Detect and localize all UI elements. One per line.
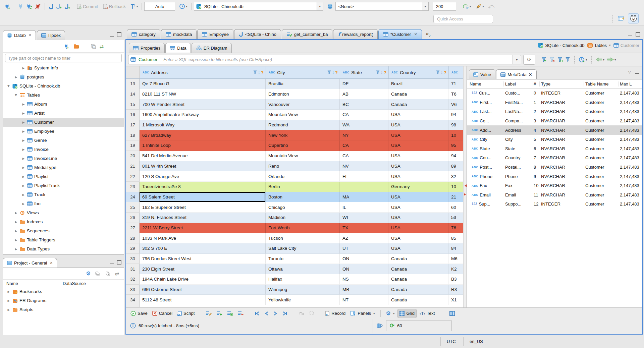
meta-name[interactable]: ABCPhone [467, 174, 504, 179]
connection-combo[interactable]: SQLite - Chinook.db ▼ [194, 2, 323, 11]
cell-country[interactable]: Germany [388, 182, 448, 192]
meta-ordinal[interactable]: 3 [533, 118, 540, 123]
collapse-all-icon[interactable] [94, 269, 101, 278]
add-row-icon[interactable] [215, 309, 224, 318]
meta-row-state[interactable]: ABCStateState6NVARCHARCustomer2,147,483 [467, 144, 642, 154]
meta-name[interactable]: ABCCou... [467, 155, 504, 160]
link-with-editor-icon[interactable]: ⇄ [115, 271, 119, 276]
cell-postal[interactable]: 10 [448, 182, 463, 192]
row-number[interactable]: 19 [126, 140, 140, 151]
tree-item-indexes[interactable]: ▶Indexes [3, 217, 124, 226]
meta-max-length[interactable]: 2,147,483 [619, 183, 642, 188]
meta-name[interactable]: ABCCity [467, 137, 504, 142]
column-header-address[interactable]: ABCAddress↕? [140, 66, 266, 78]
meta-row-compa[interactable]: ABCCo...Compa...3NVARCHARCustomer2,147,4… [467, 116, 642, 126]
row-number[interactable]: 31 [126, 264, 140, 274]
grid-row-17[interactable]: 171 Microsoft WayRedmondWAUSA98 [126, 120, 463, 130]
cell-postal[interactable]: X1 [448, 295, 463, 305]
editor-tab-category[interactable]: category [127, 29, 160, 39]
minimize-panel-icon[interactable] [635, 70, 639, 74]
subtab-data[interactable]: <>Data [165, 43, 191, 53]
tab-projects[interactable]: Проек [37, 30, 65, 40]
tree-item-playlist[interactable]: ▶Playlist [3, 172, 124, 181]
expand-arrow-icon[interactable]: ▶ [22, 193, 25, 196]
cell-postal[interactable]: 84 [448, 243, 463, 254]
schema-combo[interactable]: <None> ▼ [335, 2, 429, 11]
cell-country[interactable]: Brazil [388, 79, 448, 89]
meta-row-address[interactable]: ABCAdd...Address4NVARCHARCustomer2,147,4… [467, 125, 642, 135]
disconnect-icon[interactable] [34, 2, 42, 11]
expand-arrow-icon[interactable]: ▶ [22, 157, 25, 160]
text-view-button[interactable]: ‹T› Text [418, 309, 436, 318]
expand-arrow-icon[interactable]: ▶ [14, 75, 18, 79]
column-help-icon[interactable]: ? [444, 70, 446, 75]
filter-history-dropdown[interactable]: ▼ [513, 55, 521, 64]
sql-filter-input[interactable]: Customer Enter a SQL expression to filte… [128, 55, 521, 64]
grid-row-14[interactable]: 148210 111 ST NWEdmontonABCanadaT6 [126, 89, 463, 100]
tree-item-tables[interactable]: ▶Tables [3, 91, 124, 100]
cell-state[interactable]: NT [340, 295, 388, 305]
cell-state[interactable]: TX [340, 223, 388, 233]
meta-type[interactable]: NVARCHAR [540, 100, 584, 105]
save-button[interactable]: Save [129, 309, 149, 318]
meta-type[interactable]: NVARCHAR [540, 165, 584, 170]
tree-item-table-triggers[interactable]: ▶Table Triggers [3, 235, 124, 244]
subtab-er-diagram[interactable]: ER Diagram [192, 43, 232, 53]
auto-refresh-box[interactable]: ⟳ 60 [386, 321, 452, 331]
tab-project-general[interactable]: Project - General ✕ [3, 258, 57, 268]
cell-postal[interactable]: V6 [448, 99, 463, 110]
cell-address[interactable]: 796 Dundas Street West [140, 254, 266, 264]
cell-city[interactable]: Tucson [266, 233, 340, 243]
grid-row-16[interactable]: 161600 Amphitheatre ParkwayMountain View… [126, 110, 463, 120]
tab-database-navigator[interactable]: Datab ✕ [3, 30, 36, 40]
cell-state[interactable]: DF [340, 79, 388, 89]
maximize-view-icon[interactable] [117, 260, 121, 265]
meta-table-name[interactable]: Customer [584, 192, 619, 197]
meta-name[interactable]: ABCPost... [467, 165, 504, 170]
meta-name[interactable]: ABCAdd... [467, 128, 504, 133]
row-number[interactable]: 25 [126, 202, 140, 213]
row-number[interactable]: 16 [126, 110, 140, 120]
column-header-clipped[interactable]: ABC [449, 66, 463, 78]
first-row-icon[interactable] [253, 309, 262, 318]
meta-label[interactable]: Custo... [504, 91, 533, 96]
grid-row-23[interactable]: 23Tauentzienstraße 8BerlinGermany10 [126, 182, 463, 192]
meta-max-length[interactable]: 2,147,483 [619, 146, 642, 151]
meta-table-name[interactable]: Customer [584, 174, 619, 179]
cell-city[interactable]: Madison [266, 213, 340, 223]
row-number[interactable]: 29 [126, 243, 140, 254]
meta-ordinal[interactable]: 7 [533, 155, 540, 160]
cell-address[interactable]: Tauentzienstraße 8 [140, 182, 266, 192]
meta-type[interactable]: NVARCHAR [540, 137, 584, 142]
cell-address[interactable]: 2211 W Berry Street [140, 223, 266, 233]
row-number[interactable]: 13 [126, 79, 140, 89]
cell-address[interactable]: 120 S Orange Ave [140, 171, 266, 182]
script-button[interactable]: Script [175, 309, 196, 318]
sort-icon[interactable]: ↕ [332, 70, 334, 75]
breadcrumb-customer[interactable]: Customer [613, 43, 639, 48]
cell-country[interactable]: USA [388, 161, 448, 172]
refresh-results-button[interactable]: ⟳ [523, 55, 535, 65]
cell-postal[interactable]: 76 [448, 223, 463, 233]
meta-name[interactable]: ABCFirst... [467, 100, 504, 105]
cell-city[interactable]: Redmond [266, 120, 340, 130]
column-header-city[interactable]: ABCCity↕? [266, 66, 340, 78]
grid-row-13[interactable]: 13Qe 7 Bloco GBrasíliaDFBrazil71 [126, 79, 463, 89]
cell-postal[interactable]: 85 [448, 233, 463, 243]
row-number[interactable]: 24 [126, 192, 140, 202]
meta-ordinal[interactable]: 6 [533, 146, 540, 151]
grid-row-27[interactable]: 272211 W Berry StreetFort WorthTXUSA76 [126, 223, 463, 233]
tree-item-views[interactable]: ▶Views [3, 208, 124, 217]
cell-country[interactable]: USA [388, 120, 448, 130]
save-filter-icon[interactable] [556, 55, 564, 64]
meta-table-name[interactable]: Customer [584, 128, 619, 133]
meta-table-name[interactable]: Customer [584, 137, 619, 142]
new-connection-icon[interactable]: + [3, 2, 11, 11]
tree-item-customer[interactable]: ▶Customer [3, 118, 124, 127]
column-header-state[interactable]: ABCState↕? [340, 66, 389, 78]
meta-label[interactable]: State [504, 146, 533, 151]
tree-item-system-info[interactable]: ▶iSystem Info [3, 63, 124, 72]
cell-postal[interactable]: 71 [448, 79, 463, 89]
tree-item-sequences[interactable]: ▶Sequences [3, 226, 124, 235]
cell-country[interactable]: USA [388, 171, 448, 182]
